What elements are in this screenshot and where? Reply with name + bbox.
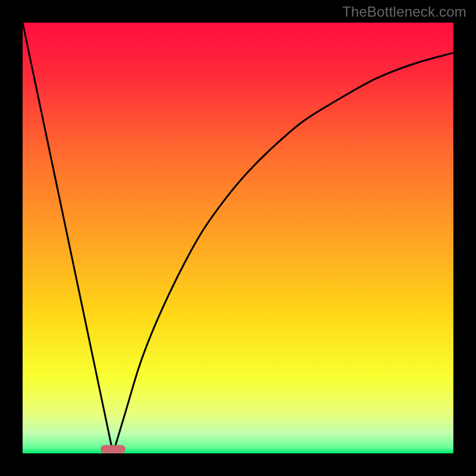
- optimal-marker: [101, 445, 126, 453]
- chart-svg: [23, 23, 453, 453]
- plot-area: [23, 23, 453, 453]
- chart-frame: TheBottleneck.com: [0, 0, 476, 476]
- gradient-background: [23, 23, 453, 453]
- attribution-text: TheBottleneck.com: [342, 4, 466, 20]
